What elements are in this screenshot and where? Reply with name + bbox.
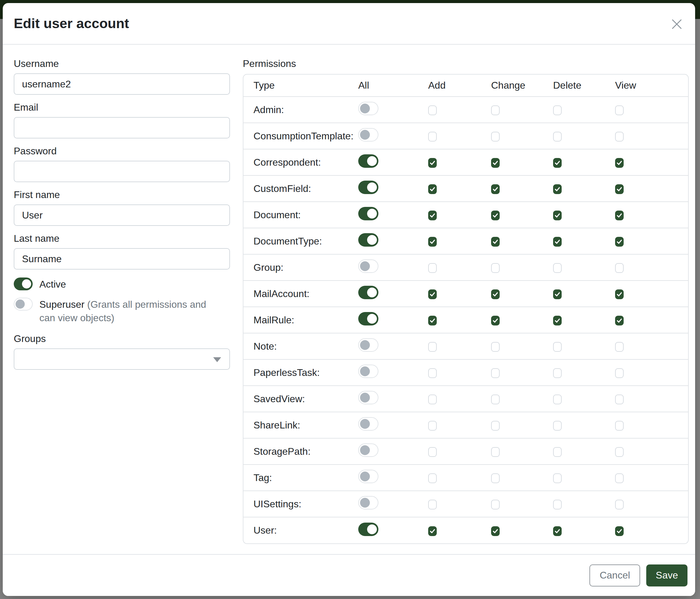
add-checkbox[interactable] <box>428 394 437 404</box>
view-checkbox[interactable] <box>615 473 624 483</box>
change-checkbox[interactable] <box>491 421 500 431</box>
all-toggle[interactable] <box>358 154 378 168</box>
all-toggle[interactable] <box>358 496 378 509</box>
save-button[interactable]: Save <box>646 565 688 586</box>
change-checkbox[interactable] <box>491 368 500 378</box>
superuser-toggle[interactable] <box>14 298 33 311</box>
change-checkbox[interactable] <box>491 394 500 404</box>
delete-checkbox[interactable] <box>553 132 561 142</box>
delete-checkbox[interactable] <box>553 421 561 431</box>
change-checkbox[interactable] <box>491 132 500 142</box>
change-checkbox[interactable] <box>491 237 500 247</box>
cancel-button[interactable]: Cancel <box>590 565 640 586</box>
view-checkbox[interactable] <box>615 237 624 247</box>
view-checkbox[interactable] <box>615 211 624 220</box>
view-checkbox[interactable] <box>615 342 624 352</box>
delete-checkbox[interactable] <box>553 473 561 483</box>
delete-checkbox[interactable] <box>553 500 561 509</box>
email-field[interactable] <box>14 117 230 139</box>
delete-checkbox[interactable] <box>553 263 561 273</box>
all-toggle[interactable] <box>358 391 378 404</box>
delete-checkbox[interactable] <box>553 211 561 220</box>
all-toggle[interactable] <box>358 207 378 220</box>
all-toggle[interactable] <box>358 338 378 352</box>
active-toggle[interactable] <box>14 278 33 290</box>
all-toggle[interactable] <box>358 470 378 483</box>
change-checkbox[interactable] <box>491 158 500 168</box>
password-field[interactable] <box>14 161 230 182</box>
add-checkbox[interactable] <box>428 132 437 142</box>
delete-checkbox[interactable] <box>553 447 561 457</box>
checkmark-icon <box>616 160 622 166</box>
change-checkbox[interactable] <box>491 342 500 352</box>
active-row: Active <box>14 278 230 291</box>
add-checkbox[interactable] <box>428 500 437 509</box>
add-checkbox[interactable] <box>428 184 437 194</box>
add-checkbox[interactable] <box>428 473 437 483</box>
toggle-knob <box>367 183 377 192</box>
delete-checkbox[interactable] <box>553 526 561 536</box>
all-toggle[interactable] <box>358 312 378 326</box>
all-toggle[interactable] <box>358 260 378 273</box>
delete-checkbox[interactable] <box>553 394 561 404</box>
add-checkbox[interactable] <box>428 263 437 273</box>
add-checkbox[interactable] <box>428 316 437 326</box>
all-toggle[interactable] <box>358 181 378 194</box>
all-toggle[interactable] <box>358 444 378 457</box>
delete-checkbox[interactable] <box>553 237 561 247</box>
all-toggle[interactable] <box>358 417 378 431</box>
change-checkbox[interactable] <box>491 500 500 509</box>
add-checkbox[interactable] <box>428 105 437 115</box>
change-checkbox[interactable] <box>491 211 500 220</box>
view-checkbox[interactable] <box>615 158 624 168</box>
change-checkbox[interactable] <box>491 184 500 194</box>
view-checkbox[interactable] <box>615 184 624 194</box>
change-checkbox[interactable] <box>491 105 500 115</box>
checkmark-icon <box>616 528 622 534</box>
add-checkbox[interactable] <box>428 289 437 299</box>
all-toggle[interactable] <box>358 233 378 247</box>
change-checkbox[interactable] <box>491 263 500 273</box>
add-checkbox[interactable] <box>428 421 437 431</box>
close-button[interactable] <box>669 17 685 32</box>
add-checkbox[interactable] <box>428 211 437 220</box>
add-checkbox[interactable] <box>428 368 437 378</box>
first-name-field[interactable] <box>14 205 230 226</box>
change-checkbox[interactable] <box>491 473 500 483</box>
delete-checkbox[interactable] <box>553 105 561 115</box>
delete-checkbox[interactable] <box>553 342 561 352</box>
delete-checkbox[interactable] <box>553 316 561 326</box>
groups-select[interactable] <box>14 349 230 370</box>
add-checkbox[interactable] <box>428 158 437 168</box>
view-checkbox[interactable] <box>615 421 624 431</box>
delete-checkbox[interactable] <box>553 184 561 194</box>
username-input[interactable] <box>14 73 230 95</box>
view-checkbox[interactable] <box>615 447 624 457</box>
view-checkbox[interactable] <box>615 500 624 509</box>
add-checkbox[interactable] <box>428 237 437 247</box>
view-checkbox[interactable] <box>615 526 624 536</box>
view-checkbox[interactable] <box>615 263 624 273</box>
view-checkbox[interactable] <box>615 289 624 299</box>
all-toggle[interactable] <box>358 365 378 378</box>
change-checkbox[interactable] <box>491 289 500 299</box>
change-checkbox[interactable] <box>491 447 500 457</box>
add-checkbox[interactable] <box>428 526 437 536</box>
view-checkbox[interactable] <box>615 132 624 142</box>
all-toggle[interactable] <box>358 102 378 115</box>
delete-checkbox[interactable] <box>553 368 561 378</box>
delete-checkbox[interactable] <box>553 158 561 168</box>
change-checkbox[interactable] <box>491 526 500 536</box>
delete-checkbox[interactable] <box>553 289 561 299</box>
all-toggle[interactable] <box>358 128 378 142</box>
view-checkbox[interactable] <box>615 368 624 378</box>
add-checkbox[interactable] <box>428 342 437 352</box>
all-toggle[interactable] <box>358 286 378 299</box>
view-checkbox[interactable] <box>615 105 624 115</box>
add-checkbox[interactable] <box>428 447 437 457</box>
view-checkbox[interactable] <box>615 394 624 404</box>
all-toggle[interactable] <box>358 523 378 536</box>
view-checkbox[interactable] <box>615 316 624 326</box>
change-checkbox[interactable] <box>491 316 500 326</box>
last-name-field[interactable] <box>14 248 230 269</box>
